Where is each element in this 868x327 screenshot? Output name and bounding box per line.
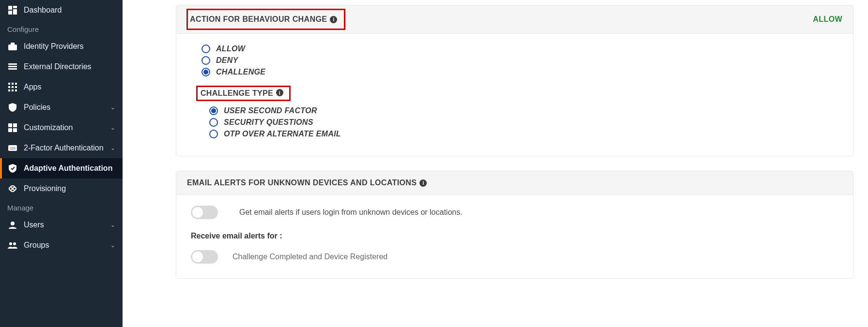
toggle-row-unknown-devices: Get email alerts if users login from unk… <box>191 206 838 219</box>
card-body: ALLOW DENY CHALLENGE CHALLENGE TYPE i US… <box>176 34 853 156</box>
card-title-highlight: ACTION FOR BEHAVIOUR CHANGE i <box>187 9 345 30</box>
radio-dot <box>202 56 210 65</box>
sidebar-heading-manage: Manage <box>0 199 123 215</box>
sidebar-item-external-directories[interactable]: External Directories <box>0 57 123 77</box>
svg-rect-5 <box>11 43 15 45</box>
main-content: ACTION FOR BEHAVIOUR CHANGE i ALLOW ALLO… <box>123 0 868 327</box>
dashboard-icon <box>7 6 18 15</box>
chevron-down-icon: ⌄ <box>110 222 115 228</box>
svg-rect-20 <box>8 128 12 132</box>
svg-point-26 <box>11 222 15 225</box>
card-header: ACTION FOR BEHAVIOUR CHANGE i ALLOW <box>176 5 853 34</box>
sync-icon <box>7 184 18 193</box>
radio-dot <box>209 118 218 127</box>
sidebar-item-label: Apps <box>24 83 41 91</box>
radio-dot <box>209 130 218 138</box>
svg-rect-9 <box>8 83 10 85</box>
radio-label: OTP OVER ALTERNATE EMAIL <box>224 130 341 138</box>
card-title: ACTION FOR BEHAVIOUR CHANGE <box>190 15 327 24</box>
list-icon <box>7 63 18 70</box>
svg-rect-8 <box>8 68 17 70</box>
challenge-type-heading: CHALLENGE TYPE i <box>202 86 838 101</box>
svg-rect-11 <box>15 83 17 85</box>
radio-otp-alternate-email[interactable]: OTP OVER ALTERNATE EMAIL <box>209 130 838 138</box>
sidebar-item-adaptive-authentication[interactable]: Adaptive Authentication <box>0 158 123 178</box>
radio-dot <box>202 45 210 53</box>
svg-rect-10 <box>12 83 14 85</box>
svg-rect-18 <box>8 123 12 127</box>
radio-label: CHALLENGE <box>216 68 265 76</box>
sidebar-item-apps[interactable]: Apps <box>0 77 123 97</box>
toggle-unknown-devices[interactable] <box>191 206 218 219</box>
sidebar-item-label: Identity Providers <box>24 42 84 51</box>
svg-rect-2 <box>13 9 17 15</box>
sidebar-item-policies[interactable]: Policies ⌄ <box>0 97 123 118</box>
sidebar-item-customization[interactable]: Customization ⌄ <box>0 118 123 138</box>
svg-rect-3 <box>8 11 12 15</box>
chevron-down-icon: ⌄ <box>110 104 115 111</box>
card-email-alerts: EMAIL ALERTS FOR UNKNOWN DEVICES AND LOC… <box>176 171 853 279</box>
svg-point-28 <box>13 242 16 245</box>
radio-label: DENY <box>216 56 238 65</box>
radio-challenge[interactable]: CHALLENGE <box>202 68 838 76</box>
svg-rect-7 <box>8 66 17 67</box>
sidebar-item-identity-providers[interactable]: Identity Providers <box>0 36 123 57</box>
apps-icon <box>7 83 18 91</box>
toggle-challenge-completed[interactable] <box>191 250 218 264</box>
radio-deny[interactable]: DENY <box>202 56 838 65</box>
svg-rect-15 <box>8 89 10 91</box>
chevron-down-icon: ⌄ <box>110 124 115 131</box>
sidebar-item-groups[interactable]: Groups ⌄ <box>0 235 123 255</box>
svg-rect-14 <box>15 86 17 88</box>
radio-dot <box>209 106 218 115</box>
svg-rect-6 <box>8 63 17 65</box>
shield-check-icon <box>7 164 18 173</box>
briefcase-icon <box>7 43 18 50</box>
card-title-text: EMAIL ALERTS FOR UNKNOWN DEVICES AND LOC… <box>187 178 417 187</box>
user-icon <box>7 221 18 229</box>
card-title: EMAIL ALERTS FOR UNKNOWN DEVICES AND LOC… <box>187 178 427 187</box>
sidebar-item-label: 2-Factor Authentication <box>24 144 104 152</box>
svg-point-25 <box>13 187 16 190</box>
card-body: Get email alerts if users login from unk… <box>176 195 853 278</box>
radio-allow[interactable]: ALLOW <box>202 45 838 53</box>
svg-point-27 <box>9 242 12 245</box>
sidebar-item-label: Customization <box>24 123 73 132</box>
sidebar-item-label: Provisioning <box>24 184 66 193</box>
svg-rect-13 <box>12 86 14 88</box>
sidebar-item-label: Policies <box>24 103 50 112</box>
sidebar-item-label: External Directories <box>24 62 92 71</box>
toggle-label: Challenge Completed and Device Registere… <box>232 253 388 261</box>
sidebar-item-label: Adaptive Authentication <box>24 164 112 173</box>
chevron-down-icon: ⌄ <box>110 145 115 151</box>
svg-rect-17 <box>15 89 17 91</box>
behaviour-radio-group: ALLOW DENY CHALLENGE <box>202 45 838 76</box>
info-icon[interactable]: i <box>330 16 337 23</box>
radio-dot <box>202 68 210 76</box>
svg-rect-0 <box>8 6 12 10</box>
svg-text:123: 123 <box>10 147 16 150</box>
sidebar-item-users[interactable]: Users ⌄ <box>0 215 123 235</box>
svg-rect-16 <box>12 89 14 91</box>
info-icon[interactable]: i <box>276 89 283 96</box>
radio-label: ALLOW <box>216 45 245 53</box>
sidebar-item-dashboard[interactable]: Dashboard <box>0 0 123 20</box>
sidebar-item-label: Groups <box>24 241 49 250</box>
info-icon[interactable]: i <box>419 179 427 187</box>
svg-rect-1 <box>13 6 17 8</box>
sidebar-item-provisioning[interactable]: Provisioning <box>0 178 123 199</box>
radio-user-second-factor[interactable]: USER SECOND FACTOR <box>209 106 838 115</box>
status-chip-allow: ALLOW <box>813 15 842 24</box>
svg-rect-12 <box>8 86 10 88</box>
receive-alerts-title: Receive email alerts for : <box>191 232 838 240</box>
shield-icon <box>7 103 18 112</box>
sidebar-item-2fa[interactable]: 123 2-Factor Authentication ⌄ <box>0 138 123 158</box>
toggle-label: Get email alerts if users login from unk… <box>239 208 463 217</box>
challenge-radio-group: USER SECOND FACTOR SECURITY QUESTIONS OT… <box>209 106 838 138</box>
puzzle-icon <box>7 123 18 132</box>
chevron-down-icon: ⌄ <box>110 242 115 249</box>
sidebar-item-label: Dashboard <box>24 6 62 15</box>
svg-rect-19 <box>13 123 17 127</box>
radio-security-questions[interactable]: SECURITY QUESTIONS <box>209 118 838 127</box>
svg-rect-21 <box>13 128 17 132</box>
